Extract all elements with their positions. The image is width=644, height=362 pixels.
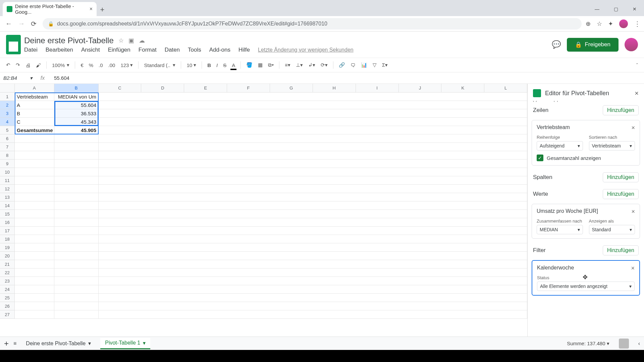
sheet-tab-2[interactable]: Pivot-Tabelle 1▾: [100, 338, 150, 349]
col-header-a[interactable]: A: [15, 84, 54, 92]
cell[interactable]: [15, 160, 54, 168]
col-header-k[interactable]: K: [441, 84, 484, 92]
share-button[interactable]: 🔒 Freigeben: [567, 38, 619, 52]
cell[interactable]: Gesamtsumme: [15, 126, 54, 134]
value-card[interactable]: Umsatz pro Woche [EUR]× Zusammenfassen n…: [532, 204, 640, 239]
cell[interactable]: [54, 210, 99, 218]
remove-row-icon[interactable]: ×: [631, 124, 635, 131]
empty-cells[interactable]: [99, 227, 527, 235]
col-header-j[interactable]: J: [399, 84, 442, 92]
menu-datei[interactable]: Datei: [24, 47, 38, 53]
cell[interactable]: [15, 227, 54, 235]
chart-icon[interactable]: 📊: [359, 61, 369, 69]
row-header[interactable]: 8: [0, 151, 15, 160]
sortby-select[interactable]: Vertriebsteam▾: [589, 141, 635, 150]
cell[interactable]: [15, 277, 54, 285]
remove-value-icon[interactable]: ×: [631, 208, 635, 215]
col-header-h[interactable]: H: [313, 84, 356, 92]
row-header[interactable]: 15: [0, 210, 15, 218]
bold-icon[interactable]: B: [205, 61, 213, 69]
last-edit-text[interactable]: Letzte Änderung vor wenigen Sekunden: [258, 47, 354, 53]
remove-filter-icon[interactable]: ×: [631, 265, 635, 272]
empty-cells[interactable]: [99, 160, 527, 168]
menu-bearbeiten[interactable]: Bearbeiten: [46, 47, 73, 53]
text-color-icon[interactable]: A: [230, 61, 237, 69]
empty-cells[interactable]: [99, 151, 527, 160]
row-header[interactable]: 16: [0, 218, 15, 227]
empty-cells[interactable]: [99, 168, 527, 176]
font-select[interactable]: Standard (...▾: [142, 61, 177, 69]
account-avatar[interactable]: [625, 38, 638, 51]
collapse-toolbar-icon[interactable]: ˆ: [634, 61, 640, 69]
cell[interactable]: [54, 151, 99, 160]
select-all-corner[interactable]: [0, 84, 15, 92]
percent-icon[interactable]: %: [87, 61, 95, 69]
font-size[interactable]: 10 ▾: [184, 61, 198, 69]
close-panel-icon[interactable]: ×: [635, 89, 639, 97]
cell[interactable]: [54, 277, 99, 285]
order-select[interactable]: Aufsteigend▾: [537, 141, 583, 150]
cell[interactable]: [15, 176, 54, 185]
row-header[interactable]: 5: [0, 126, 15, 134]
valign-icon[interactable]: ⊥▾: [294, 61, 305, 69]
row-header[interactable]: 1: [0, 93, 15, 101]
sheets-logo-icon[interactable]: [6, 35, 21, 54]
new-tab-button[interactable]: +: [97, 5, 108, 16]
col-header-c[interactable]: C: [99, 84, 142, 92]
col-header-e[interactable]: E: [184, 84, 227, 92]
spreadsheet-grid[interactable]: A B C D E F G H I J K L 1 Vertriebsteam …: [0, 84, 527, 337]
cell[interactable]: [54, 218, 99, 227]
cell[interactable]: [15, 151, 54, 160]
cell[interactable]: [15, 218, 54, 227]
print-icon[interactable]: 🖨: [23, 61, 33, 69]
cell[interactable]: [15, 243, 54, 252]
empty-cells[interactable]: [99, 252, 527, 260]
empty-cells[interactable]: [99, 285, 527, 294]
row-header[interactable]: 23: [0, 277, 15, 285]
rotate-icon[interactable]: ⟳▾: [319, 61, 330, 69]
link-icon[interactable]: 🔗: [337, 61, 347, 69]
currency-icon[interactable]: €: [78, 61, 85, 69]
reload-icon[interactable]: ⟳: [31, 20, 37, 28]
empty-cells[interactable]: [99, 126, 527, 134]
row-header[interactable]: 26: [0, 302, 15, 310]
cell[interactable]: [54, 235, 99, 243]
cell[interactable]: [15, 134, 54, 143]
empty-cells[interactable]: [99, 193, 527, 201]
empty-cells[interactable]: [99, 268, 527, 277]
cell[interactable]: [54, 160, 99, 168]
cell[interactable]: MEDIAN von Um: [54, 93, 99, 101]
empty-cells[interactable]: [99, 260, 527, 268]
forward-icon[interactable]: →: [18, 20, 25, 28]
col-header-l[interactable]: L: [484, 84, 527, 92]
sheet-tab-1[interactable]: Deine erste Pivot-Tabelle▾: [21, 338, 96, 349]
row-header[interactable]: 21: [0, 260, 15, 268]
empty-cells[interactable]: [99, 210, 527, 218]
functions-icon[interactable]: Σ▾: [380, 61, 390, 69]
cell[interactable]: [54, 227, 99, 235]
comments-icon[interactable]: 💬: [552, 40, 561, 49]
row-card[interactable]: Vertriebsteam× Reihenfolge Aufsteigend▾ …: [532, 120, 640, 166]
menu-icon[interactable]: ⋮: [634, 20, 641, 28]
menu-einfuegen[interactable]: Einfügen: [108, 47, 130, 53]
wrap-icon[interactable]: ↲▾: [306, 61, 317, 69]
redo-icon[interactable]: ↷: [14, 61, 22, 69]
row-header[interactable]: 6: [0, 134, 15, 143]
minimize-icon[interactable]: —: [588, 2, 606, 16]
empty-cells[interactable]: [99, 101, 527, 109]
menu-daten[interactable]: Daten: [165, 47, 180, 53]
url-input[interactable]: 🔒 docs.google.com/spreadsheets/d/1nVxVrV…: [43, 18, 582, 29]
cell[interactable]: 45.905: [54, 126, 99, 134]
borders-icon[interactable]: ▦: [256, 61, 265, 69]
cell[interactable]: [15, 210, 54, 218]
row-header[interactable]: 12: [0, 185, 15, 193]
col-header-d[interactable]: D: [141, 84, 184, 92]
cell[interactable]: A: [15, 101, 54, 109]
merge-icon[interactable]: ⧉▾: [266, 61, 276, 69]
fill-color-icon[interactable]: 🪣: [244, 61, 255, 69]
cloud-icon[interactable]: ☁: [139, 37, 145, 44]
cell[interactable]: [54, 134, 99, 143]
empty-cells[interactable]: [99, 235, 527, 243]
filter-status-select[interactable]: Alle Elemente werden angezeigt▾: [537, 282, 635, 291]
cell[interactable]: C: [15, 118, 54, 126]
